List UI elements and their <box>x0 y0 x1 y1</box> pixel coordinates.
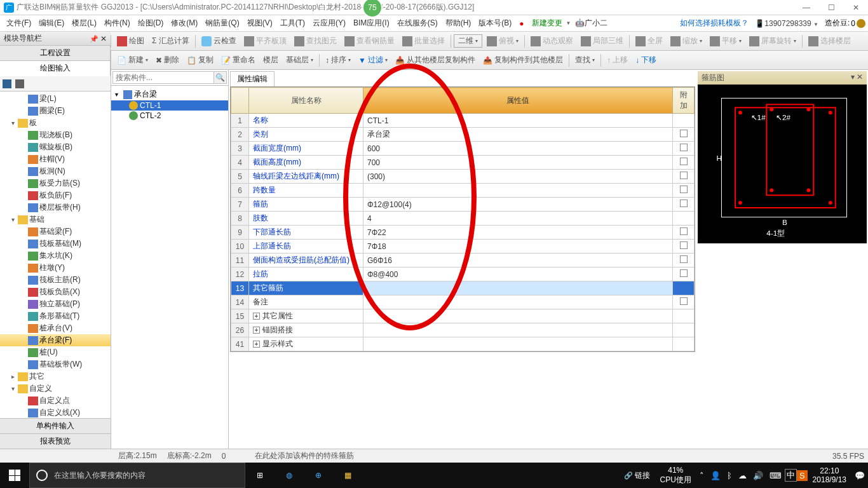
prop-row[interactable]: 2类别承台梁 <box>231 128 695 142</box>
tree-zidingyidian[interactable]: 自定义点 <box>0 395 111 407</box>
prop-row[interactable]: 12拉筋Φ8@400 <box>231 268 695 281</box>
ctb-down[interactable]: ↓下移 <box>632 53 660 67</box>
prop-row[interactable]: 14备注 <box>231 295 695 309</box>
ctb-sort[interactable]: ↕排序▾ <box>322 53 354 67</box>
tree-ban[interactable]: ▾板 <box>0 117 111 129</box>
tray-sogou-icon[interactable]: S <box>797 470 808 481</box>
taskbar-search[interactable]: 在这里输入你要搜索的内容 <box>29 463 245 488</box>
list-item-ctl1[interactable]: CTL-1 <box>111 100 228 111</box>
tb-cloudcheck[interactable]: 云检查 <box>198 34 240 48</box>
list-item-ctl2[interactable]: CTL-2 <box>111 111 228 121</box>
menu-cloud[interactable]: 云应用(Y) <box>309 18 349 29</box>
menu-bim[interactable]: BIM应用(I) <box>349 18 393 29</box>
ctb-copyfrom[interactable]: 📥从其他楼层复制构件 <box>392 53 478 67</box>
prop-row[interactable]: 13其它箍筋 <box>231 281 695 295</box>
tree-loucengbandai[interactable]: 楼层板带(H) <box>0 201 111 214</box>
tb-draw[interactable]: 绘图 <box>114 34 147 48</box>
new-change-button[interactable]: 新建变更 <box>528 18 566 29</box>
menu-online[interactable]: 在线服务(S) <box>393 18 442 29</box>
tb-topview[interactable]: 俯视▾ <box>484 34 522 48</box>
tree-quanliang[interactable]: 圈梁(E) <box>0 105 111 117</box>
tb-local3d[interactable]: 局部三维 <box>578 34 627 48</box>
menu-component[interactable]: 构件(N) <box>100 18 134 29</box>
tree-zhumao[interactable]: 柱帽(V) <box>0 153 111 165</box>
taskbar-app-3[interactable]: ▦ <box>333 463 362 488</box>
prop-row[interactable]: 4截面高度(mm)700 <box>231 156 695 170</box>
menu-floor[interactable]: 楼层(L) <box>68 18 100 29</box>
tree-zidingyi[interactable]: ▾自定义 <box>0 383 111 395</box>
nav-collapse-icon[interactable] <box>15 79 24 88</box>
prop-row[interactable]: 3截面宽度(mm)600 <box>231 142 695 156</box>
prop-row[interactable]: 9下部通长筋7Φ22 <box>231 226 695 240</box>
notifications-icon[interactable]: 💬 <box>851 471 868 480</box>
close-button[interactable]: ✕ <box>848 3 864 12</box>
tree-bandong[interactable]: 板洞(N) <box>0 165 111 177</box>
list-root[interactable]: ▾承台梁 <box>111 88 228 100</box>
tb-sum[interactable]: Σ 汇总计算 <box>149 34 193 48</box>
diagram-close-icon[interactable]: ▾ ✕ <box>851 72 863 83</box>
tree-fabanfujin[interactable]: 筏板负筋(X) <box>0 286 111 298</box>
tree-banshoulijin[interactable]: 板受力筋(S) <box>0 177 111 189</box>
taskbar-app-1[interactable]: ◍ <box>275 463 304 488</box>
tab-report-preview[interactable]: 报表预览 <box>0 433 111 449</box>
tb-viewrebar[interactable]: 查看钢筋量 <box>341 34 398 48</box>
menu-view[interactable]: 视图(V) <box>243 18 276 29</box>
tab-draw-input[interactable]: 绘图输入 <box>0 61 111 76</box>
tree-dulijichu[interactable]: 独立基础(P) <box>0 298 111 310</box>
taskbar-link[interactable]: 🔗 链接 <box>619 470 655 481</box>
menu-file[interactable]: 文件(F) <box>3 18 35 29</box>
tree-qita[interactable]: ▸其它 <box>0 370 111 383</box>
ctb-rename[interactable]: 📝重命名 <box>218 53 259 67</box>
tb-fullscreen[interactable]: 全屏 <box>632 34 666 48</box>
prop-row[interactable]: 26+锚固搭接 <box>231 323 695 337</box>
tree-fabanjichu[interactable]: 筏板基础(M) <box>0 238 111 250</box>
tray-people-icon[interactable]: 👤 <box>707 471 724 480</box>
tray-bluetooth-icon[interactable]: ᛒ <box>724 471 735 480</box>
tab-single-input[interactable]: 单构件输入 <box>0 418 111 433</box>
dropdown-icon[interactable]: ▼ <box>566 20 571 26</box>
prop-row[interactable]: 7箍筋Φ12@100(4) <box>231 198 695 212</box>
prop-row[interactable]: 15+其它属性 <box>231 309 695 323</box>
taskbar-cpu[interactable]: 41%CPU使用 <box>655 466 696 485</box>
menu-draw[interactable]: 绘图(D) <box>134 18 168 29</box>
menu-version[interactable]: 版本号(B) <box>475 18 515 29</box>
tb-screenrot[interactable]: 屏幕旋转▾ <box>746 34 799 48</box>
tree-chentailiang[interactable]: 承台梁(F) <box>0 334 111 346</box>
prop-row[interactable]: 41+显示样式 <box>231 337 695 351</box>
pin-icon[interactable]: 📌 <box>90 35 98 43</box>
ctb-copyto[interactable]: 📤复制构件到其他楼层 <box>480 53 566 67</box>
tree-jichu[interactable]: ▾基础 <box>0 214 111 226</box>
ctb-delete[interactable]: ✖删除 <box>153 53 182 67</box>
tree-banfujin[interactable]: 板负筋(F) <box>0 189 111 201</box>
prop-row[interactable]: 1名称CTL-1 <box>231 114 695 128</box>
tree-zhudun[interactable]: 柱墩(Y) <box>0 262 111 274</box>
menu-edit[interactable]: 编辑(E) <box>35 18 68 29</box>
tb-findimg[interactable]: 查找图元 <box>291 34 340 48</box>
panel-close-icon[interactable]: ✕ <box>100 34 107 43</box>
prop-row[interactable]: 11侧面构造或受扭筋(总配筋值)G6Φ16 <box>231 254 695 268</box>
tree-jishuikeng[interactable]: 集水坑(K) <box>0 250 111 262</box>
tray-volume-icon[interactable]: 🔊 <box>750 471 766 480</box>
howto-link[interactable]: 如何选择损耗模板？ <box>680 18 749 29</box>
prop-row[interactable]: 5轴线距梁左边线距离(mm)(300) <box>231 170 695 184</box>
tree-tiaoxingjichu[interactable]: 条形基础(T) <box>0 310 111 322</box>
taskbar-clock[interactable]: 22:102018/9/13 <box>808 466 851 484</box>
tb-2d[interactable]: 二维 ▾ <box>454 34 482 48</box>
tb-flat[interactable]: 平齐板顶 <box>241 34 290 48</box>
menu-rebar[interactable]: 钢筋量(Q) <box>201 18 243 29</box>
taskbar-app-2[interactable]: ⊕ <box>304 463 333 488</box>
ctb-floor[interactable]: 楼层 <box>260 53 281 67</box>
ctb-up[interactable]: ↑上移 <box>604 53 631 67</box>
tb-dynamic[interactable]: 动态观察 <box>527 34 576 48</box>
search-button[interactable]: 🔍 <box>214 71 227 84</box>
start-button[interactable] <box>0 463 29 488</box>
tree-zhuang[interactable]: 桩(U) <box>0 346 111 358</box>
tree-zidingyixian[interactable]: 自定义线(X) <box>0 407 111 418</box>
minimize-button[interactable]: — <box>797 3 815 12</box>
prop-row[interactable]: 10上部通长筋7Φ18 <box>231 240 695 254</box>
tb-batch[interactable]: 批量选择 <box>399 34 448 48</box>
tab-property-edit[interactable]: 属性编辑 <box>230 71 275 86</box>
maximize-button[interactable]: ☐ <box>823 3 840 12</box>
ctb-baselayer[interactable]: 基础层▾ <box>283 53 316 67</box>
ctb-find[interactable]: 查找▾ <box>572 53 598 67</box>
